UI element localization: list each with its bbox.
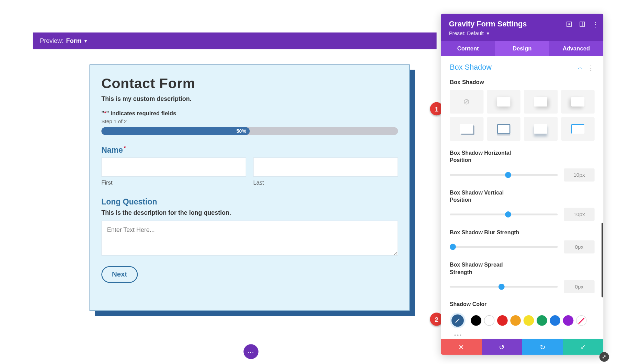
preset-6[interactable] (487, 117, 520, 141)
layout-icon[interactable] (579, 21, 586, 27)
cancel-button[interactable]: ✕ (441, 339, 481, 355)
shadow-h-slider[interactable] (450, 174, 558, 176)
preview-bar: Preview: Form ▼ (33, 33, 437, 49)
last-sublabel: Last (253, 179, 398, 186)
swatch-black[interactable] (471, 315, 481, 326)
form-title: Contact Form (101, 75, 398, 92)
settings-panel: Gravity Form Settings Preset: Default ▼ … (441, 14, 603, 355)
shadow-h-value[interactable]: 10px (564, 168, 594, 181)
swatch-red[interactable] (497, 315, 508, 326)
progress-percent: 50% (237, 129, 246, 134)
shadow-h-label: Box Shadow Horizontal Position (450, 150, 520, 164)
shadow-b-slider[interactable] (450, 246, 558, 248)
shadow-v-label: Box Shadow Vertical Position (450, 189, 520, 204)
swatch-none[interactable] (576, 315, 587, 326)
more-fab[interactable]: ⋯ (243, 344, 258, 359)
contact-form: Contact Form This is my custom descripti… (90, 64, 410, 311)
shadow-color-label: Shadow Color (450, 301, 595, 307)
tab-advanced[interactable]: Advanced (549, 41, 604, 56)
preset-5[interactable] (450, 117, 483, 141)
color-swatches (450, 313, 595, 328)
panel-footer: ✕ ↺ ↻ ✓ (441, 339, 603, 355)
confirm-button[interactable]: ✓ (563, 339, 603, 355)
swatch-green[interactable] (537, 315, 547, 326)
shadow-v-slider[interactable] (450, 213, 558, 215)
tab-content[interactable]: Content (441, 41, 495, 56)
section-kebab-icon[interactable]: ⋮ (587, 63, 594, 72)
shadow-s-label: Box Shadow Spread Strength (450, 261, 520, 276)
preset-7[interactable] (524, 117, 558, 141)
preview-label: Preview: (40, 37, 64, 44)
color-picker-button[interactable] (450, 313, 466, 328)
form-description: This is my custom description. (101, 95, 398, 102)
next-button[interactable]: Next (101, 266, 138, 283)
shadow-vertical-control: Box Shadow Vertical Position 10px (450, 189, 595, 221)
preset-none[interactable]: ⊘ (450, 90, 483, 114)
svg-point-1 (569, 24, 570, 25)
shadow-s-slider[interactable] (450, 286, 558, 287)
expand-icon[interactable] (565, 21, 572, 27)
tab-design[interactable]: Design (495, 41, 549, 56)
name-label: Name* (101, 145, 398, 155)
resize-handle[interactable]: ⤢ (599, 352, 609, 362)
long-question-description: This is the description for the long que… (101, 209, 398, 216)
last-name-input[interactable] (253, 157, 398, 177)
swatch-white[interactable] (484, 315, 495, 326)
shadow-v-value[interactable]: 10px (564, 208, 594, 221)
shadow-horizontal-control: Box Shadow Horizontal Position 10px (450, 150, 595, 181)
scrollbar[interactable] (602, 223, 603, 297)
more-dots[interactable]: ••• (450, 332, 595, 338)
redo-button[interactable]: ↻ (522, 339, 563, 355)
section-title[interactable]: Box Shadow (450, 63, 492, 72)
first-sublabel: First (101, 179, 246, 186)
panel-preset[interactable]: Preset: Default ▼ (449, 30, 595, 36)
preset-8[interactable] (561, 117, 595, 141)
preset-3[interactable] (524, 90, 558, 114)
box-shadow-heading: Box Shadow (450, 79, 595, 85)
shadow-spread-control: Box Shadow Spread Strength 0px (450, 261, 595, 293)
shadow-presets: ⊘ (450, 90, 595, 141)
shadow-b-value[interactable]: 0px (564, 240, 594, 254)
long-question-label: Long Question (101, 197, 398, 207)
shadow-blur-control: Box Shadow Blur Strength 0px (450, 229, 595, 254)
shadow-s-value[interactable]: 0px (564, 280, 594, 293)
chevron-down-icon[interactable]: ▼ (83, 38, 88, 43)
progress-bar: 50% (101, 127, 398, 135)
first-name-input[interactable] (101, 157, 246, 177)
panel-header: Gravity Form Settings Preset: Default ▼ … (441, 14, 603, 41)
collapse-icon[interactable]: ︿ (578, 63, 583, 72)
preset-2[interactable] (487, 90, 520, 114)
panel-body: Box Shadow ︿ ⋮ Box Shadow ⊘ Box Shadow H… (441, 56, 603, 339)
preview-mode[interactable]: Form (66, 37, 82, 44)
step-indicator: Step 1 of 2 (101, 118, 398, 125)
swatch-blue[interactable] (550, 315, 560, 326)
shadow-b-label: Box Shadow Blur Strength (450, 229, 520, 236)
required-note: "*" indicates required fields (101, 110, 398, 117)
panel-tabs: Content Design Advanced (441, 41, 603, 56)
swatch-orange[interactable] (510, 315, 521, 326)
preset-4[interactable] (561, 90, 595, 114)
swatch-yellow[interactable] (524, 315, 534, 326)
undo-button[interactable]: ↺ (482, 339, 522, 355)
progress-fill: 50% (101, 127, 250, 135)
swatch-purple[interactable] (563, 315, 574, 326)
long-question-textarea[interactable] (101, 221, 398, 256)
kebab-icon[interactable]: ⋮ (592, 21, 599, 27)
